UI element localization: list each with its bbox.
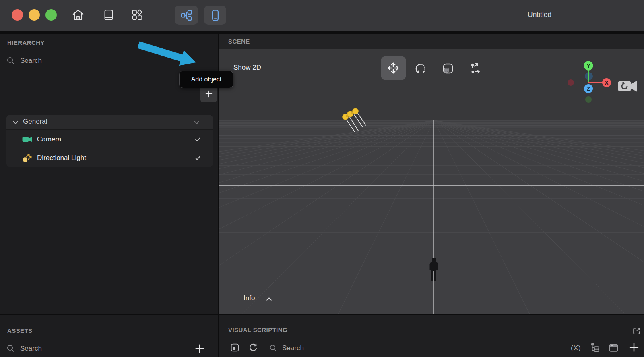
library-book-icon[interactable] (103, 9, 115, 21)
divider (0, 314, 218, 315)
visual-scripting-search-placeholder[interactable]: Search (282, 344, 304, 352)
hierarchy-group-header[interactable]: General (6, 115, 213, 129)
phone-icon (209, 9, 221, 21)
hierarchy-search[interactable] (6, 56, 15, 65)
chevron-down-icon[interactable] (12, 120, 19, 125)
axis-orientation-gizmo[interactable]: Y X Z (564, 56, 622, 105)
axis-y-label: Y (587, 63, 590, 69)
camera-view-icon (617, 79, 638, 93)
move-tool-button[interactable] (381, 56, 406, 80)
open-in-new-window-button[interactable] (632, 326, 641, 336)
chevron-up-icon[interactable] (266, 297, 272, 301)
refresh-icon (248, 342, 258, 352)
search-icon (6, 344, 15, 353)
scale-tool-button[interactable] (441, 62, 455, 75)
app-window: Untitled HIERARCHY Search General (0, 0, 644, 357)
node-tree-button[interactable] (590, 342, 600, 353)
camera-icon (22, 135, 33, 144)
directional-light-object[interactable] (337, 104, 374, 136)
scene-object-figure[interactable] (429, 258, 439, 281)
group-label: General (23, 118, 47, 126)
hierarchy-search-placeholder[interactable]: Search (20, 57, 42, 65)
search-icon (269, 344, 277, 352)
plus-icon (194, 343, 205, 354)
device-preview-mode-button[interactable] (204, 6, 226, 25)
axis-neg-x-handle[interactable] (568, 79, 574, 86)
assets-search[interactable] (6, 344, 15, 353)
axis-x-label: X (605, 80, 609, 86)
tooltip-text: Add object (191, 76, 222, 83)
hierarchy-item-camera[interactable]: Camera (6, 130, 213, 148)
dock-panel-icon (230, 343, 239, 352)
visibility-checkmark-icon[interactable] (195, 137, 201, 142)
info-toggle[interactable]: Info (244, 294, 255, 302)
variables-button[interactable]: (X) (571, 344, 581, 352)
transform-tool-icon (469, 61, 483, 75)
move-tool-icon (386, 61, 400, 75)
home-icon[interactable] (71, 8, 85, 22)
minimize-window-button[interactable] (29, 9, 40, 21)
rotate-tool-button[interactable] (413, 62, 427, 75)
item-label: Directional Light (37, 154, 86, 162)
transform-tool-button[interactable] (469, 61, 483, 75)
camera-view-button[interactable] (617, 79, 638, 93)
panel-layout-button[interactable] (609, 343, 619, 353)
assets-search-placeholder[interactable]: Search (20, 345, 42, 353)
refresh-button[interactable] (248, 342, 258, 352)
hierarchy-panel-title: HIERARCHY (7, 39, 45, 46)
show-2d-button[interactable]: Show 2D (233, 64, 261, 72)
hierarchy-group: General Camera (6, 115, 213, 167)
dock-panel-button[interactable] (230, 343, 239, 352)
document-title[interactable]: Untitled (528, 10, 551, 19)
add-object-tooltip: Add object (179, 71, 233, 88)
visibility-checkmark-icon[interactable] (195, 156, 201, 160)
visual-scripting-panel: VISUAL SCRIPTING Search (X) (219, 315, 644, 357)
assets-panel-title: ASSETS (7, 327, 32, 334)
plus-icon (204, 89, 213, 98)
add-node-button[interactable] (628, 341, 640, 353)
scene-viewport[interactable]: Show 2D (219, 49, 644, 314)
rotate-tool-icon (413, 62, 427, 75)
group-visibility-chevron-icon[interactable] (194, 121, 200, 125)
scale-tool-icon (441, 62, 455, 75)
node-graph-icon (180, 9, 192, 21)
search-icon (6, 56, 15, 65)
axis-z-label: Z (587, 86, 590, 92)
external-link-icon (632, 326, 641, 336)
node-tree-icon (590, 342, 600, 353)
shapes-library-icon[interactable] (131, 9, 143, 21)
add-asset-button[interactable] (194, 343, 205, 354)
scene-header: SCENE (219, 34, 644, 49)
zoom-window-button[interactable] (45, 9, 57, 21)
visual-scripting-mode-button[interactable] (175, 6, 198, 25)
top-toolbar: Untitled (0, 0, 644, 31)
window-icon (609, 343, 619, 353)
axis-neg-y-handle[interactable] (585, 96, 592, 103)
close-window-button[interactable] (12, 9, 23, 21)
hierarchy-item-directional-light[interactable]: Directional Light (6, 148, 213, 167)
item-label: Camera (37, 135, 61, 143)
visual-scripting-search[interactable] (269, 344, 277, 352)
scene-panel-title: SCENE (228, 38, 250, 45)
directional-light-icon (22, 152, 33, 163)
visual-scripting-title: VISUAL SCRIPTING (228, 326, 287, 333)
plus-icon (628, 341, 640, 353)
